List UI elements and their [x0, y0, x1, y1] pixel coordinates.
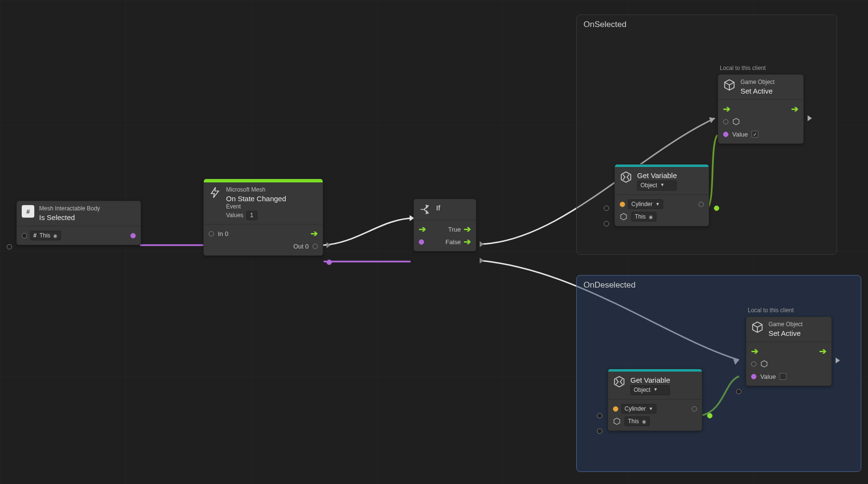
setactive2-ext[interactable]: [736, 389, 741, 394]
node-subtitle: Game Object: [740, 79, 775, 86]
value-checkbox[interactable]: ✓: [752, 131, 758, 138]
lightning-icon: [209, 186, 221, 199]
value-label: Value: [760, 373, 776, 380]
flow-in-icon[interactable]: ➔: [723, 105, 730, 113]
true-tri[interactable]: [480, 241, 484, 247]
in0-port[interactable]: [209, 231, 214, 236]
getvar1-out[interactable]: [714, 206, 719, 211]
false-label: False: [445, 238, 461, 246]
true-label: True: [448, 226, 461, 233]
in0-label: In 0: [218, 230, 228, 237]
flow-out-icon[interactable]: ➔: [791, 105, 798, 113]
node-set-active-2[interactable]: Game Object Set Active ➔ ➔ Value: [746, 317, 832, 386]
cube-mini-icon: [620, 213, 627, 221]
target-field[interactable]: This◉: [625, 416, 650, 426]
input-port[interactable]: [22, 233, 27, 238]
getvar1-ext1[interactable]: [604, 206, 609, 211]
node-title: On State Changed: [226, 194, 286, 204]
node-line3: Event: [226, 203, 286, 211]
getvar2-ext2[interactable]: [597, 429, 602, 434]
value-checkbox[interactable]: [780, 373, 786, 380]
flow-in-icon[interactable]: ➔: [751, 347, 758, 356]
getvar1-ext2[interactable]: [604, 221, 609, 226]
value-label: Value: [732, 131, 748, 138]
node-get-variable-1[interactable]: Get Variable Object▼ Cylinder▼ This◉: [614, 164, 709, 226]
value-port[interactable]: [723, 132, 728, 137]
value-port[interactable]: [751, 374, 756, 379]
out0-port[interactable]: [313, 244, 318, 249]
node-title: If: [436, 203, 440, 213]
cube-icon: [723, 79, 736, 91]
group-title: OnSelected: [577, 15, 837, 34]
setactive1-out-tri[interactable]: [808, 115, 812, 121]
false-tri[interactable]: [480, 258, 484, 263]
out0-ext-port[interactable]: [327, 260, 332, 265]
hash-icon: #: [22, 205, 34, 218]
group-title: OnDeselected: [577, 276, 861, 295]
branch-icon: [419, 203, 431, 216]
values-label: Values: [226, 212, 243, 220]
node-subtitle: Mesh Interactable Body: [39, 205, 100, 213]
svg-marker-3: [426, 205, 428, 207]
cond-port[interactable]: [419, 239, 424, 245]
value-out-port[interactable]: [698, 202, 704, 207]
target-port[interactable]: [723, 119, 728, 124]
target-field[interactable]: This◉: [631, 212, 656, 221]
node-subtitle: Game Object: [768, 321, 803, 329]
local-hint-2: Local to this client: [748, 307, 794, 314]
node-is-selected[interactable]: # Mesh Interactable Body Is Selected # T…: [16, 201, 141, 245]
node-title: Get Variable: [637, 171, 677, 180]
flow-out-tri[interactable]: [327, 242, 331, 248]
var-name-field[interactable]: Cylinder▼: [621, 404, 656, 414]
target-port[interactable]: [751, 361, 756, 367]
node-title: Set Active: [740, 86, 775, 96]
target-value: This: [40, 232, 51, 239]
scope-dropdown[interactable]: Object▼: [637, 180, 677, 191]
node-if[interactable]: If ➔ True ➔ False ➔: [413, 199, 476, 251]
cube-icon: [751, 321, 764, 333]
name-port[interactable]: [613, 406, 618, 412]
node-title: Set Active: [768, 329, 803, 338]
node-title: Is Selected: [39, 213, 100, 222]
flow-in-icon[interactable]: ➔: [419, 225, 426, 234]
cube-mini-icon: [732, 118, 740, 125]
var-name-field[interactable]: Cylinder▼: [628, 199, 663, 209]
var-icon: [620, 171, 632, 183]
values-count[interactable]: 1: [246, 211, 257, 221]
svg-marker-4: [426, 211, 428, 213]
scope-dropdown[interactable]: Object▼: [630, 385, 670, 396]
value-out-port[interactable]: [692, 406, 697, 412]
flow-out-icon[interactable]: ➔: [311, 229, 318, 238]
setactive2-out-tri[interactable]: [836, 358, 840, 363]
node-set-active-1[interactable]: Game Object Set Active ➔ ➔ Value ✓: [718, 74, 804, 144]
node-on-state-changed[interactable]: Microsoft Mesh On State Changed Event Va…: [203, 179, 323, 256]
node-subtitle: Microsoft Mesh: [226, 186, 286, 194]
cube-mini-icon: [760, 360, 768, 368]
getvar2-ext1[interactable]: [597, 413, 602, 418]
local-hint-1: Local to this client: [720, 65, 766, 71]
var-icon: [613, 375, 626, 388]
node-title: Get Variable: [630, 375, 670, 385]
getvar2-out[interactable]: [707, 413, 712, 418]
cube-mini-icon: [613, 417, 621, 425]
target-field[interactable]: # This ◉: [30, 231, 61, 240]
flow-out-icon[interactable]: ➔: [819, 347, 826, 356]
false-flow-icon: ➔: [464, 237, 471, 246]
true-flow-icon: ➔: [464, 225, 471, 234]
node-get-variable-2[interactable]: Get Variable Object▼ Cylinder▼ This◉: [608, 369, 702, 431]
name-port[interactable]: [620, 202, 625, 207]
node-ext-port[interactable]: [7, 244, 12, 249]
output-port-value[interactable]: [130, 233, 136, 238]
out0-label: Out 0: [293, 243, 309, 250]
